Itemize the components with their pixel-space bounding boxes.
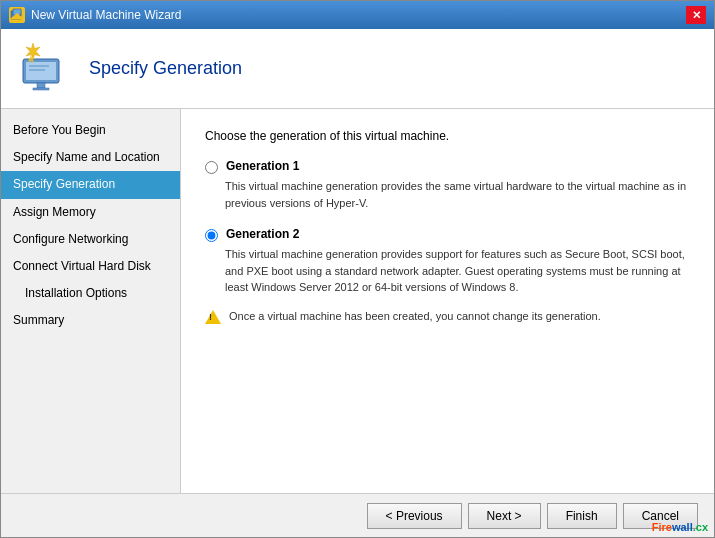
header-icon — [17, 41, 73, 97]
generation2-label[interactable]: Generation 2 — [226, 227, 299, 241]
svg-rect-9 — [33, 88, 49, 90]
watermark-wall: wall — [672, 521, 693, 533]
wizard-window: New Virtual Machine Wizard ✕ — [0, 0, 715, 538]
watermark-cx: .cx — [693, 521, 708, 533]
next-button[interactable]: Next > — [468, 503, 541, 529]
instruction-text: Choose the generation of this virtual ma… — [205, 129, 690, 143]
previous-button[interactable]: < Previous — [367, 503, 462, 529]
title-bar-left: New Virtual Machine Wizard — [9, 7, 182, 23]
window-title: New Virtual Machine Wizard — [31, 8, 182, 22]
main-panel: Choose the generation of this virtual ma… — [181, 109, 714, 493]
generation2-radio[interactable] — [205, 229, 218, 242]
watermark-fire: Fire — [652, 521, 672, 533]
warning-box: Once a virtual machine has been created,… — [205, 308, 690, 325]
generation2-option: Generation 2 — [205, 227, 690, 242]
svg-rect-7 — [29, 69, 45, 71]
warning-text: Once a virtual machine has been created,… — [229, 308, 601, 325]
generation1-group: Generation 1 This virtual machine genera… — [205, 159, 690, 211]
sidebar-item-connect-vhd[interactable]: Connect Virtual Hard Disk — [1, 253, 180, 280]
generation1-label[interactable]: Generation 1 — [226, 159, 299, 173]
svg-marker-3 — [26, 43, 40, 60]
sidebar-item-configure-networking[interactable]: Configure Networking — [1, 226, 180, 253]
app-icon — [9, 7, 25, 23]
content-area: Before You Begin Specify Name and Locati… — [1, 109, 714, 493]
close-button[interactable]: ✕ — [686, 6, 706, 24]
generation1-option: Generation 1 — [205, 159, 690, 174]
sidebar-item-specify-generation[interactable]: Specify Generation — [1, 171, 180, 198]
finish-button[interactable]: Finish — [547, 503, 617, 529]
header-area: Specify Generation — [1, 29, 714, 109]
sidebar-item-assign-memory[interactable]: Assign Memory — [1, 199, 180, 226]
title-bar: New Virtual Machine Wizard ✕ — [1, 1, 714, 29]
sidebar-item-specify-name[interactable]: Specify Name and Location — [1, 144, 180, 171]
page-title: Specify Generation — [89, 58, 242, 79]
sidebar-item-summary[interactable]: Summary — [1, 307, 180, 334]
generation2-desc: This virtual machine generation provides… — [225, 246, 690, 296]
svg-rect-6 — [29, 65, 49, 67]
sidebar: Before You Begin Specify Name and Locati… — [1, 109, 181, 493]
generation1-radio[interactable] — [205, 161, 218, 174]
generation2-group: Generation 2 This virtual machine genera… — [205, 227, 690, 324]
svg-rect-8 — [37, 83, 45, 88]
warning-icon — [205, 310, 221, 324]
generation1-desc: This virtual machine generation provides… — [225, 178, 690, 211]
sidebar-item-before-you-begin[interactable]: Before You Begin — [1, 117, 180, 144]
window-footer: < Previous Next > Finish Cancel Firewall… — [1, 493, 714, 537]
sidebar-item-installation-options[interactable]: Installation Options — [1, 280, 180, 307]
